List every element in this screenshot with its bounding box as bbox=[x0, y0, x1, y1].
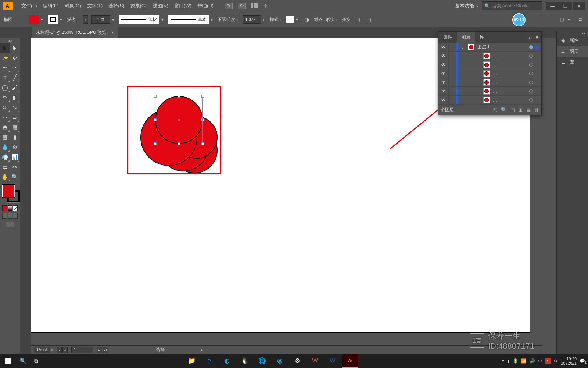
taskbar-search-icon[interactable]: 🔍 bbox=[16, 354, 29, 368]
lock-toggle[interactable] bbox=[449, 43, 456, 51]
panel-menu-icon[interactable]: ≡ bbox=[576, 15, 584, 24]
battery-icon[interactable]: 🔋 bbox=[513, 358, 518, 364]
tab-layers[interactable]: 图层 bbox=[457, 32, 475, 43]
anchor-point[interactable] bbox=[201, 119, 203, 121]
toolbox-collapse-icon[interactable]: ◂◂ bbox=[0, 39, 20, 43]
fill-swatch[interactable]: ▾ bbox=[29, 15, 45, 24]
graph-tool[interactable]: 📊 bbox=[10, 152, 20, 162]
menu-window[interactable]: 窗口(W) bbox=[171, 1, 194, 11]
chrome-icon[interactable]: 🌐 bbox=[254, 354, 270, 368]
layer-name[interactable]: 图层 1 bbox=[476, 44, 527, 50]
visibility-toggle[interactable]: 👁 bbox=[438, 52, 449, 60]
visibility-toggle[interactable]: 👁 bbox=[438, 60, 449, 69]
delete-layer-icon[interactable]: 🗑 bbox=[534, 107, 539, 113]
sublayer-row[interactable]: 👁 … bbox=[438, 52, 541, 60]
visibility-toggle[interactable]: 👁 bbox=[438, 96, 449, 104]
none-mode-icon[interactable] bbox=[13, 205, 18, 211]
isolate2-icon[interactable]: ⬚ bbox=[365, 15, 373, 24]
graphic-style[interactable]: ▾ bbox=[286, 16, 300, 23]
lock-toggle[interactable] bbox=[449, 52, 456, 60]
shaper-tool[interactable]: ✏ bbox=[0, 92, 10, 102]
width-tool[interactable]: ⇔ bbox=[0, 112, 10, 122]
visibility-toggle[interactable]: 👁 bbox=[438, 78, 449, 86]
selection-handle[interactable] bbox=[201, 142, 204, 145]
stock-icon[interactable]: St bbox=[238, 3, 246, 9]
artboard-number[interactable]: 1 bbox=[71, 347, 93, 353]
selection-handle[interactable] bbox=[154, 142, 157, 145]
shape-builder-tool[interactable]: ◓ bbox=[0, 122, 10, 132]
sublayer-row[interactable]: 👁 … bbox=[438, 69, 541, 78]
word-icon[interactable]: W bbox=[325, 354, 341, 368]
visibility-toggle[interactable]: 👁 bbox=[438, 43, 449, 51]
gradient-tool[interactable]: ▮ bbox=[10, 132, 20, 142]
document-tab[interactable]: 未标题-1* @ 150% (RGB/GPU 预览) × bbox=[32, 27, 118, 38]
selection-handle[interactable] bbox=[178, 142, 180, 145]
variable-width-profile[interactable]: 等比 ▾ bbox=[119, 15, 165, 24]
lock-toggle[interactable] bbox=[449, 60, 456, 69]
search-layer-icon[interactable]: 🔍 bbox=[501, 107, 507, 113]
target-icon[interactable] bbox=[527, 98, 535, 102]
explorer-icon[interactable]: 📁 bbox=[183, 354, 200, 368]
magic-wand-tool[interactable]: ✨ bbox=[0, 53, 10, 63]
eyedropper-tool[interactable]: 💧 bbox=[0, 142, 10, 152]
edge-legacy-icon[interactable]: e bbox=[201, 354, 217, 368]
first-artboard-icon[interactable]: I◂ bbox=[57, 347, 62, 353]
direct-selection-tool[interactable] bbox=[10, 43, 20, 53]
wps-pdf-icon[interactable]: W bbox=[307, 354, 323, 368]
target-icon[interactable] bbox=[527, 63, 535, 67]
menu-file[interactable]: 文件(F) bbox=[18, 1, 40, 11]
next-artboard-icon[interactable]: ▸ bbox=[97, 347, 102, 353]
arrange-documents-icon[interactable] bbox=[251, 3, 258, 8]
tencent-browser-icon[interactable]: ◐ bbox=[219, 354, 235, 368]
prev-artboard-icon[interactable]: ◂ bbox=[62, 347, 68, 353]
edge-icon[interactable]: ◉ bbox=[272, 354, 288, 368]
tab-libraries[interactable]: 库 bbox=[475, 32, 489, 43]
mesh-tool[interactable]: ▦ bbox=[0, 132, 10, 142]
ellipse-tool[interactable]: ◯ bbox=[0, 82, 10, 92]
tab-properties[interactable]: 属性 bbox=[438, 32, 457, 43]
dock-libraries[interactable]: ☁ 库 bbox=[557, 57, 588, 68]
selection-handle[interactable] bbox=[201, 95, 204, 98]
fill-stroke-control[interactable] bbox=[0, 183, 20, 205]
sogou-ime-icon[interactable]: S bbox=[545, 358, 551, 364]
tray-expand-icon[interactable]: ^ bbox=[502, 358, 504, 364]
start-button[interactable] bbox=[0, 354, 16, 368]
selection-handle[interactable] bbox=[154, 95, 157, 98]
isolate-icon[interactable]: ⬚ bbox=[354, 15, 362, 24]
selection-handle[interactable] bbox=[178, 95, 180, 98]
qq-icon[interactable]: 🐧 bbox=[236, 354, 252, 368]
free-transform-tool[interactable]: ▱ bbox=[10, 112, 20, 122]
stroke-swatch[interactable]: ▾ bbox=[48, 15, 64, 24]
slice-tool[interactable]: ✂ bbox=[10, 162, 20, 172]
stroke-link-icon[interactable]: ⁞ bbox=[83, 15, 88, 24]
new-sublayer-icon[interactable]: ⊞ bbox=[519, 107, 523, 113]
lock-toggle[interactable] bbox=[449, 87, 456, 95]
ime-label[interactable]: 中 bbox=[538, 358, 542, 364]
visibility-toggle[interactable]: 👁 bbox=[438, 87, 449, 95]
selection-bounding-box[interactable] bbox=[155, 96, 203, 144]
layer-row-parent[interactable]: 👁 ⌄ 图层 1 bbox=[438, 43, 541, 52]
curvature-tool[interactable]: 〰 bbox=[10, 63, 20, 72]
volume-icon[interactable]: 🔊 bbox=[530, 358, 535, 364]
sublayer-name[interactable]: … bbox=[491, 71, 527, 76]
gpu-icon[interactable]: ✈ bbox=[263, 3, 268, 9]
pen-tool[interactable]: ✒ bbox=[0, 63, 10, 72]
usb-icon[interactable]: ▮ bbox=[507, 358, 510, 364]
visibility-toggle[interactable]: 👁 bbox=[438, 69, 449, 78]
sublayer-name[interactable]: … bbox=[491, 89, 527, 94]
artwork-group[interactable] bbox=[140, 96, 221, 175]
transform-label[interactable]: 变换 bbox=[342, 17, 351, 23]
draw-inside-icon[interactable] bbox=[13, 213, 18, 219]
color-mode-icon[interactable] bbox=[2, 205, 7, 211]
sublayer-name[interactable]: … bbox=[491, 62, 527, 67]
zoom-field[interactable]: 150% ▾ bbox=[34, 347, 53, 353]
draw-normal-icon[interactable] bbox=[2, 213, 7, 219]
last-artboard-icon[interactable]: ▸I bbox=[103, 347, 108, 353]
lock-toggle[interactable] bbox=[449, 78, 456, 86]
maximize-button[interactable]: ❐ bbox=[559, 2, 572, 10]
target-icon[interactable] bbox=[527, 54, 535, 58]
menu-effect[interactable]: 效果(C) bbox=[128, 1, 150, 11]
locate-object-icon[interactable]: ⇱ bbox=[493, 107, 497, 113]
rotate-tool[interactable]: ⟳ bbox=[0, 102, 10, 112]
collapse-panel-icon[interactable]: ›› bbox=[529, 35, 532, 40]
